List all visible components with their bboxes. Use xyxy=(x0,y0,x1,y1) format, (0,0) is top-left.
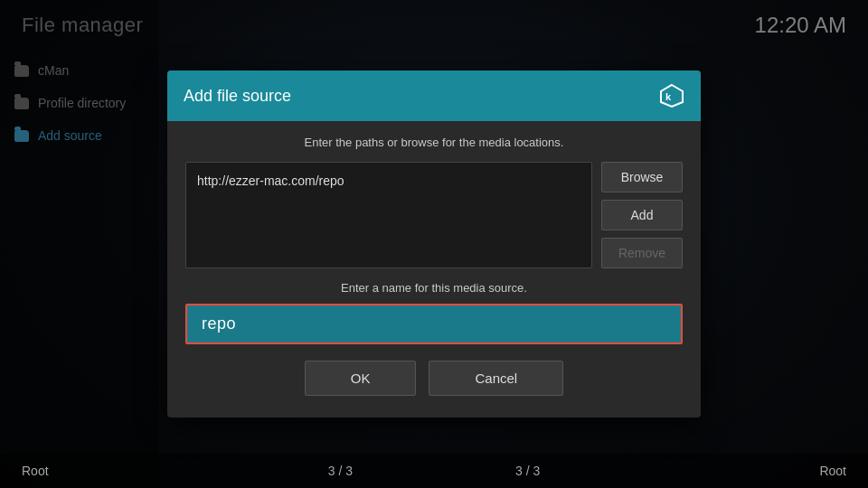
remove-button[interactable]: Remove xyxy=(601,238,683,268)
dialog-footer: OK Cancel xyxy=(185,361,683,399)
source-buttons: Browse Add Remove xyxy=(601,162,683,268)
footer-center-left: 3 / 3 xyxy=(328,464,353,478)
ok-button[interactable]: OK xyxy=(305,361,417,396)
dialog: Add file source k Enter the paths or bro… xyxy=(167,70,701,418)
source-path: http://ezzer-mac.com/repo xyxy=(197,174,580,188)
add-button[interactable]: Add xyxy=(601,200,683,230)
dialog-instruction: Enter the paths or browse for the media … xyxy=(185,136,683,149)
name-input[interactable] xyxy=(185,304,683,344)
dialog-header: Add file source k xyxy=(167,70,701,121)
footer-center: 3 / 3 3 / 3 xyxy=(328,464,541,478)
footer-center-right: 3 / 3 xyxy=(515,464,540,478)
footer: Root 3 / 3 3 / 3 Root xyxy=(0,454,868,488)
svg-marker-0 xyxy=(661,85,683,107)
cancel-button[interactable]: Cancel xyxy=(429,361,563,396)
dialog-body: Enter the paths or browse for the media … xyxy=(167,121,701,418)
kodi-logo: k xyxy=(659,83,684,108)
svg-text:k: k xyxy=(665,91,672,102)
footer-left: Root xyxy=(22,464,49,478)
name-instruction: Enter a name for this media source. xyxy=(185,281,683,295)
browse-button[interactable]: Browse xyxy=(601,162,683,192)
modal-overlay: Add file source k Enter the paths or bro… xyxy=(0,0,868,488)
source-input-area[interactable]: http://ezzer-mac.com/repo xyxy=(185,162,592,268)
footer-right: Root xyxy=(819,464,846,478)
name-input-container xyxy=(185,304,683,344)
source-row: http://ezzer-mac.com/repo Browse Add Rem… xyxy=(185,162,683,268)
dialog-title: Add file source xyxy=(184,87,291,106)
